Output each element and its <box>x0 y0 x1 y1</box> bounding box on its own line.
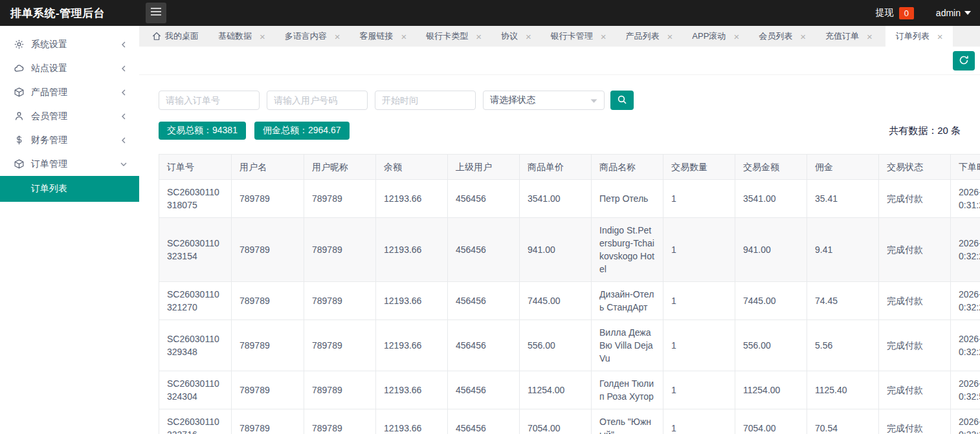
tab-item[interactable]: 会员列表× <box>752 26 812 47</box>
tab-item[interactable]: 客服链接× <box>353 26 414 47</box>
table-row: SC2603011033371678978978978912193.664564… <box>159 409 980 434</box>
tab-label: 客服链接 <box>360 30 394 42</box>
user-menu[interactable]: admin <box>936 8 971 18</box>
cell-nickname: 789789 <box>304 218 376 282</box>
sidebar-item-label: 订单管理 <box>31 158 120 170</box>
cell-commission: 74.45 <box>807 282 879 320</box>
column-header: 用户昵称 <box>304 155 376 180</box>
cell-balance: 12193.66 <box>376 371 448 409</box>
cell-amount: 556.00 <box>735 320 807 371</box>
sidebar-subitem[interactable]: 订单列表 <box>0 176 139 202</box>
tab-active[interactable]: 订单列表× <box>885 26 953 47</box>
commission-total-badge[interactable]: 佣金总额：2964.67 <box>254 122 350 140</box>
close-icon[interactable]: × <box>260 32 265 41</box>
cell-unit_price: 3541.00 <box>520 180 592 218</box>
close-icon[interactable]: × <box>867 32 873 41</box>
column-header: 订单号 <box>159 155 232 180</box>
close-icon[interactable]: × <box>667 32 673 41</box>
tab-item[interactable]: 银行卡管理× <box>544 26 613 47</box>
cell-unit_price: 7445.00 <box>520 282 592 320</box>
close-icon[interactable]: × <box>800 32 806 41</box>
tab-item[interactable]: 多语言内容× <box>278 26 347 47</box>
chevron-left-icon <box>120 89 128 96</box>
withdraw-menu[interactable]: 提现 0 <box>876 7 914 19</box>
table-row: SC2603011032430478978978978912193.664564… <box>159 371 980 409</box>
tab-label: 协议 <box>501 30 518 42</box>
cell-quantity: 1 <box>663 371 735 409</box>
close-icon[interactable]: × <box>601 32 607 41</box>
box-icon <box>13 87 25 98</box>
sidebar-item[interactable]: 会员管理 <box>0 104 139 128</box>
sidebar-item[interactable]: 订单管理 <box>0 152 139 176</box>
tab-label: 订单列表 <box>896 30 930 42</box>
tab-item[interactable]: 产品列表× <box>619 26 680 47</box>
search-button[interactable] <box>610 91 634 110</box>
tab-item[interactable]: 充值订单× <box>819 26 879 47</box>
cell-product_name: Indigo St.Petersburg-Tchaikovskogo Hotel <box>592 218 663 282</box>
status-select-value: 请选择状态 <box>490 94 535 106</box>
tab-item[interactable]: APP滚动× <box>685 26 746 47</box>
tab-item[interactable]: 银行卡类型× <box>419 26 488 47</box>
close-icon[interactable]: × <box>476 32 482 41</box>
withdraw-count-badge: 0 <box>899 7 914 19</box>
user-number-input[interactable] <box>267 91 368 110</box>
caret-down-icon <box>964 11 971 15</box>
close-icon[interactable]: × <box>937 32 943 41</box>
refresh-button[interactable] <box>953 51 975 71</box>
tab-label: 基础数据 <box>218 30 252 42</box>
order-number-input[interactable] <box>159 91 260 110</box>
sidebar-menu: 系统设置站点设置产品管理会员管理财务管理订单管理订单列表 <box>0 32 139 202</box>
status-select[interactable]: 请选择状态 <box>483 91 605 110</box>
column-header: 商品单价 <box>520 155 592 180</box>
user-name: admin <box>936 8 961 18</box>
sidebar-item[interactable]: 站点设置 <box>0 56 139 80</box>
toolbar <box>139 47 980 75</box>
home-icon <box>152 32 161 41</box>
cell-order_time: 2026-00:32:2 <box>951 282 980 320</box>
cell-commission: 35.41 <box>807 180 879 218</box>
sidebar-item[interactable]: 系统设置 <box>0 32 139 56</box>
cell-unit_price: 7054.00 <box>520 409 592 434</box>
cloud-icon <box>13 63 25 74</box>
search-icon <box>617 94 627 107</box>
cell-username: 789789 <box>232 371 304 409</box>
chevron-left-icon <box>120 41 128 49</box>
cell-order_no: SC26030110321270 <box>159 282 232 320</box>
sidebar-item[interactable]: 财务管理 <box>0 128 139 152</box>
column-header: 商品名称 <box>592 155 663 180</box>
chevron-down-icon <box>120 160 128 168</box>
close-icon[interactable]: × <box>526 32 531 41</box>
close-icon[interactable]: × <box>401 32 407 41</box>
tab-label: 银行卡管理 <box>551 30 593 42</box>
cell-commission: 1125.40 <box>807 371 879 409</box>
tab-item[interactable]: 基础数据× <box>212 26 272 47</box>
cell-unit_price: 11254.00 <box>520 371 592 409</box>
cell-username: 789789 <box>232 282 304 320</box>
chevron-left-icon <box>120 65 128 72</box>
sidebar-item[interactable]: 产品管理 <box>0 80 139 104</box>
cell-parent_user: 456456 <box>448 180 520 218</box>
tab-item[interactable]: 协议× <box>495 26 538 47</box>
chevron-down-icon <box>590 95 597 105</box>
cell-status: 完成付款 <box>879 282 951 320</box>
close-icon[interactable]: × <box>733 32 739 41</box>
dollar-icon <box>13 135 25 146</box>
close-icon[interactable]: × <box>335 32 340 41</box>
main-area: 我的桌面基础数据×多语言内容×客服链接×银行卡类型×协议×银行卡管理×产品列表×… <box>139 26 980 434</box>
tab-item[interactable]: 我的桌面 <box>146 26 205 47</box>
app-title: 排单系统-管理后台 <box>0 6 139 21</box>
cell-product_name: Дизайн-Отель СтандАрт <box>592 282 663 320</box>
cell-order_time: 2026-00:32:5 <box>951 371 980 409</box>
sidebar-item-label: 会员管理 <box>31 111 120 122</box>
box-icon <box>13 158 25 170</box>
trade-total-badge[interactable]: 交易总额：94381 <box>159 122 246 140</box>
cell-parent_user: 456456 <box>448 409 520 434</box>
start-time-input[interactable] <box>375 91 476 110</box>
table-row: SC2603011032127078978978978912193.664564… <box>159 282 980 320</box>
column-header: 佣金 <box>807 155 879 180</box>
cell-parent_user: 456456 <box>448 282 520 320</box>
cell-parent_user: 456456 <box>448 218 520 282</box>
cell-username: 789789 <box>232 218 304 282</box>
orders-table: 订单号用户名用户昵称余额上级用户商品单价商品名称交易数量交易金额佣金交易状态下单… <box>159 154 980 434</box>
hamburger-menu-button[interactable] <box>146 3 166 23</box>
